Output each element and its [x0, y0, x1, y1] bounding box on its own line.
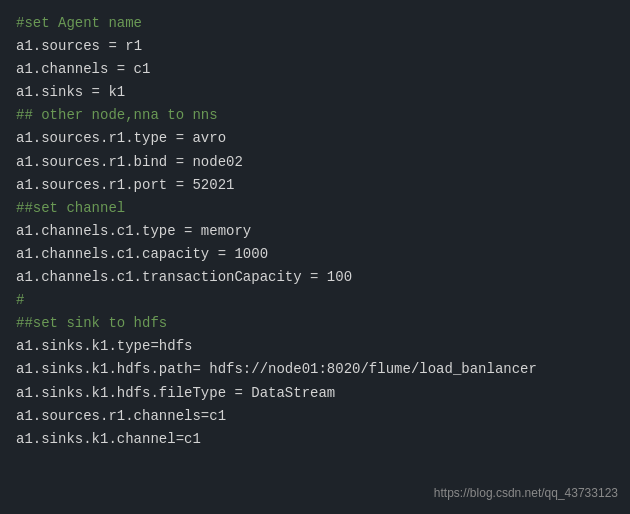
- code-line: a1.sinks.k1.hdfs.fileType = DataStream: [16, 382, 614, 405]
- code-line: a1.channels = c1: [16, 58, 614, 81]
- code-line: a1.channels.c1.type = memory: [16, 220, 614, 243]
- code-line: a1.channels.c1.transactionCapacity = 100: [16, 266, 614, 289]
- code-line: a1.sinks.k1.channel=c1: [16, 428, 614, 451]
- code-line: a1.channels.c1.capacity = 1000: [16, 243, 614, 266]
- code-block: #set Agent namea1.sources = r1a1.channel…: [16, 12, 614, 451]
- code-line: a1.sinks = k1: [16, 81, 614, 104]
- code-line: #set Agent name: [16, 12, 614, 35]
- code-line: a1.sinks.k1.type=hdfs: [16, 335, 614, 358]
- code-line: a1.sources.r1.channels=c1: [16, 405, 614, 428]
- code-line: ##set channel: [16, 197, 614, 220]
- code-line: #: [16, 289, 614, 312]
- code-line: a1.sources = r1: [16, 35, 614, 58]
- watermark: https://blog.csdn.net/qq_43733123: [434, 486, 618, 500]
- code-container: #set Agent namea1.sources = r1a1.channel…: [0, 0, 630, 514]
- code-line: a1.sinks.k1.hdfs.path= hdfs://node01:802…: [16, 358, 614, 381]
- code-line: ##set sink to hdfs: [16, 312, 614, 335]
- code-line: a1.sources.r1.type = avro: [16, 127, 614, 150]
- code-line: a1.sources.r1.bind = node02: [16, 151, 614, 174]
- code-line: ## other node,nna to nns: [16, 104, 614, 127]
- code-line: a1.sources.r1.port = 52021: [16, 174, 614, 197]
